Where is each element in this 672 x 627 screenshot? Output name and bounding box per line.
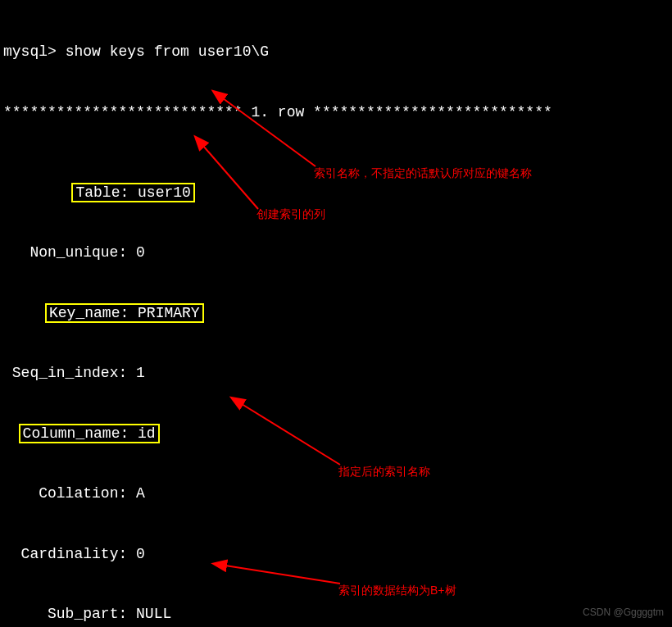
annotation-keyname: 索引名称，不指定的话默认所对应的键名称 <box>314 163 532 184</box>
command-text: show keys from user10\G <box>66 43 269 60</box>
prompt: mysql> <box>3 43 66 60</box>
field-sub-part: Sub_part: NULL <box>3 604 552 625</box>
watermark: CSDN @Gggggtm <box>583 602 664 623</box>
terminal-output: mysql> show keys from user10\G *********… <box>0 0 556 627</box>
highlight-keyname-1: Key_name: PRIMARY <box>45 303 204 323</box>
highlight-colname-1: Column_name: id <box>19 424 160 443</box>
highlight-table-1: Table: user10 <box>71 183 194 202</box>
field-collation: Collation: A <box>3 484 552 504</box>
annotation-column: 创建索引的列 <box>257 204 325 225</box>
field-cardinality: Cardinality: 0 <box>3 544 552 565</box>
field-column-name: Column_name: id <box>3 424 552 444</box>
command-line: mysql> show keys from user10\G <box>3 42 552 62</box>
annotation-idxname: 指定后的索引名称 <box>338 461 430 482</box>
field-table: Table: user10 <box>3 183 552 203</box>
field-seq-in-index: Seq_in_index: 1 <box>3 363 552 384</box>
field-non-unique: Non_unique: 0 <box>3 243 552 263</box>
field-key-name: Key_name: PRIMARY <box>3 303 552 324</box>
annotation-btree: 索引的数据结构为B+树 <box>338 580 456 601</box>
row-separator-1: *************************** 1. row *****… <box>3 102 552 123</box>
